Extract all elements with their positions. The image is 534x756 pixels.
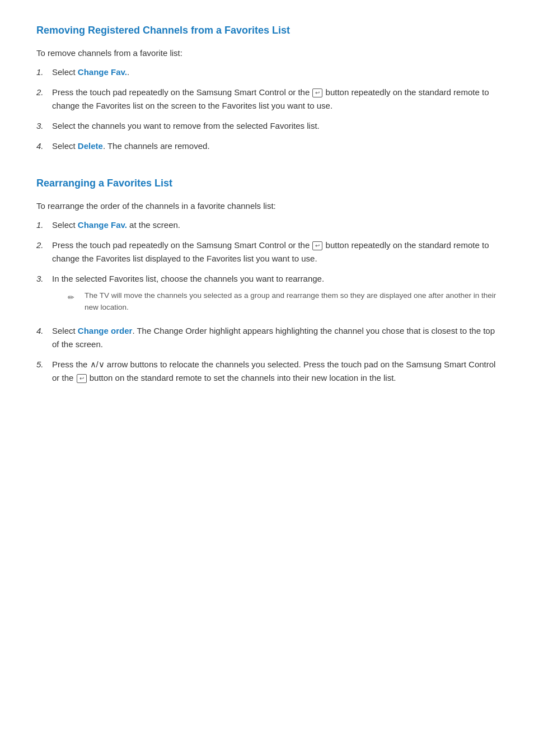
list-item: 2. Press the touch pad repeatedly on the…: [36, 239, 498, 265]
list-item: 4. Select Delete. The channels are remov…: [36, 139, 498, 153]
list-item: 4. Select Change order. The Change Order…: [36, 324, 498, 351]
section-removing: Removing Registered Channels from a Favo…: [36, 22, 498, 153]
list-item: 2. Press the touch pad repeatedly on the…: [36, 86, 498, 113]
section1-intro: To remove channels from a favorite list:: [36, 46, 498, 60]
step-number: 3.: [36, 119, 52, 133]
section2-steps: 1. Select Change Fav. at the screen. 2. …: [36, 218, 498, 385]
list-item: 1. Select Change Fav. at the screen.: [36, 218, 498, 232]
step-content: Select the channels you want to remove f…: [52, 119, 498, 133]
section2-intro: To rearrange the order of the channels i…: [36, 199, 498, 213]
step-content: Select Delete. The channels are removed.: [52, 139, 498, 153]
step-content: Press the touch pad repeatedly on the Sa…: [52, 239, 498, 265]
note-text: The TV will move the channels you select…: [85, 290, 498, 314]
step-number: 2.: [36, 239, 52, 252]
step-content: Select Change Fav. at the screen.: [52, 218, 498, 232]
arrow-symbol: ∧/∨: [90, 360, 105, 369]
step-number: 4.: [36, 139, 52, 153]
note-block: ✏ The TV will move the channels you sele…: [68, 290, 498, 314]
step-number: 1.: [36, 218, 52, 232]
change-order-link[interactable]: Change order: [78, 326, 133, 335]
step-number: 4.: [36, 324, 52, 338]
change-fav-link-2[interactable]: Change Fav.: [78, 220, 127, 230]
section-rearranging: Rearranging a Favorites List To rearrang…: [36, 175, 498, 385]
step-number: 3.: [36, 272, 52, 286]
remote-icon: ↩: [312, 241, 322, 250]
step-content: Select Change Fav..: [52, 66, 498, 79]
change-fav-link-1[interactable]: Change Fav.: [78, 67, 127, 77]
step-content: Press the touch pad repeatedly on the Sa…: [52, 86, 498, 113]
list-item: 1. Select Change Fav..: [36, 66, 498, 79]
step-content: Press the ∧/∨ arrow buttons to relocate …: [52, 358, 498, 385]
section1-title: Removing Registered Channels from a Favo…: [36, 22, 498, 39]
section1-steps: 1. Select Change Fav.. 2. Press the touc…: [36, 66, 498, 153]
step-number: 1.: [36, 66, 52, 79]
list-item: 3. Select the channels you want to remov…: [36, 119, 498, 133]
step-number: 2.: [36, 86, 52, 99]
note-icon: ✏: [68, 291, 80, 304]
remote-icon: ↩: [77, 374, 87, 383]
list-item: 5. Press the ∧/∨ arrow buttons to reloca…: [36, 358, 498, 385]
section2-title: Rearranging a Favorites List: [36, 175, 498, 192]
remote-icon: ↩: [312, 88, 322, 97]
list-item: 3. In the selected Favorites list, choos…: [36, 272, 498, 318]
step-content: Select Change order. The Change Order hi…: [52, 324, 498, 351]
delete-link[interactable]: Delete: [78, 141, 103, 151]
step-number: 5.: [36, 358, 52, 371]
step-content: In the selected Favorites list, choose t…: [52, 272, 498, 318]
